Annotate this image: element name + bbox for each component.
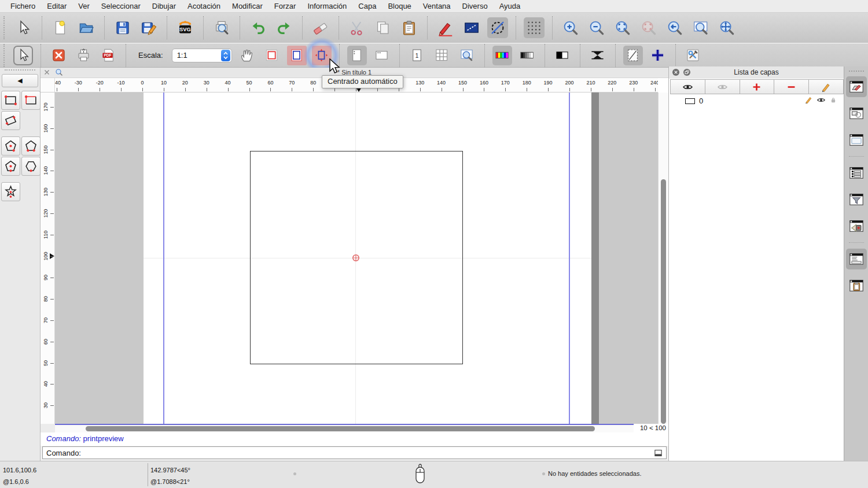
zoom-window-button[interactable] [690, 17, 711, 38]
layer-edit-button[interactable] [808, 79, 844, 94]
dock-layers-button[interactable] [846, 76, 867, 97]
menu-modificar[interactable]: Modificar [226, 2, 269, 10]
vertical-scrollbar-thumb[interactable] [661, 179, 666, 424]
toolbar-drag-handle[interactable] [3, 44, 6, 67]
star-tool-button[interactable] [1, 182, 20, 201]
print-button[interactable] [73, 46, 93, 65]
horizontal-scrollbar[interactable] [55, 424, 634, 432]
layer-edit-icon[interactable] [804, 95, 813, 106]
save-file-button[interactable] [112, 17, 133, 38]
close-preview-button[interactable] [49, 46, 68, 65]
menu-seleccionar[interactable]: Seleccionar [95, 2, 146, 10]
zoom-auto-button[interactable] [612, 17, 633, 38]
page-single-button[interactable]: 1 [407, 46, 427, 65]
menu-editar[interactable]: Editar [41, 2, 72, 10]
pdf-export-button[interactable]: PDF [98, 46, 118, 65]
draft-mode-button[interactable] [623, 46, 643, 65]
menu-informacion[interactable]: Información [301, 2, 352, 10]
vruler-label: 90 [43, 275, 49, 280]
copy-button[interactable] [373, 17, 393, 38]
polygon-inscribed-button[interactable] [21, 157, 41, 176]
print-preview-button[interactable] [211, 17, 232, 38]
paper-border-button[interactable] [262, 46, 282, 65]
horizontal-scrollbar-thumb[interactable] [86, 426, 595, 431]
pan-hand-button[interactable] [237, 46, 257, 65]
palette-drag-handle[interactable] [5, 69, 35, 73]
line-width-button[interactable] [588, 46, 608, 65]
draw-circle-button[interactable] [487, 17, 508, 38]
page-portrait-button[interactable] [347, 46, 367, 65]
zoom-in-button[interactable] [560, 17, 581, 38]
vertical-scrollbar[interactable] [658, 93, 668, 424]
layer-lock-icon[interactable] [829, 96, 837, 106]
dock-beam-button[interactable] [846, 216, 867, 236]
menu-capa[interactable]: Capa [352, 2, 382, 10]
bw-split-button[interactable] [553, 46, 572, 65]
select-cursor-button[interactable] [13, 46, 33, 65]
page-landscape-button[interactable] [372, 46, 392, 65]
layer-row[interactable]: 0 [670, 95, 843, 107]
command-toggle-icon[interactable] [653, 449, 663, 459]
command-input[interactable]: Comando: [42, 446, 667, 459]
dock-command-button[interactable] [846, 249, 867, 269]
dock-drag-handle[interactable] [849, 71, 864, 72]
draw-pencil-button[interactable] [435, 17, 456, 38]
dock-entity-list-button[interactable] [846, 162, 867, 183]
menu-acotacion[interactable]: Acotación [182, 2, 226, 10]
eye-hidden-button[interactable] [705, 79, 740, 94]
settings-tools-button[interactable] [683, 46, 703, 65]
scale-select[interactable]: 1:1 [172, 49, 232, 62]
auto-center-button[interactable] [312, 46, 332, 65]
menu-bloque[interactable]: Bloque [382, 2, 417, 10]
svg-export-button[interactable]: SVG [175, 17, 196, 38]
dock-clipboard-button[interactable] [846, 275, 867, 296]
cut-button[interactable] [347, 17, 367, 38]
toolbar-drag-handle[interactable] [3, 16, 6, 39]
gray-bar-button[interactable] [517, 46, 537, 65]
menu-ayuda[interactable]: Ayuda [494, 2, 527, 10]
palette-back-button[interactable]: ◀ [2, 74, 38, 87]
menu-fichero[interactable]: Fichero [5, 2, 41, 10]
command-prompt-label: Comando: [46, 449, 81, 457]
polygon-corner-corner-button[interactable] [21, 136, 41, 156]
color-bar-button[interactable] [492, 46, 512, 65]
rect-3points-button[interactable] [21, 91, 41, 110]
menu-diverso[interactable]: Diverso [457, 2, 494, 10]
menu-forzar[interactable]: Forzar [269, 2, 302, 10]
menu-ventana[interactable]: Ventana [417, 2, 457, 10]
draw-line-button[interactable] [461, 17, 482, 38]
rect-2corners-button[interactable] [1, 91, 20, 110]
zoom-page-icon [459, 47, 475, 63]
zoom-pan-button[interactable] [716, 17, 737, 38]
drawing-canvas[interactable] [55, 93, 658, 424]
hruler-tick [591, 88, 591, 91]
grid-toggle-button[interactable] [524, 17, 545, 38]
redo-button[interactable] [274, 17, 295, 38]
save-as-button[interactable] [138, 17, 159, 38]
undo-button[interactable] [248, 17, 269, 38]
select-cursor-button[interactable] [13, 17, 34, 38]
page-landscape-icon [374, 47, 389, 63]
fit-paper-button[interactable] [287, 46, 307, 65]
layer-remove-button[interactable] [774, 79, 809, 94]
dock-filter-button[interactable] [846, 189, 867, 210]
zoom-out-button[interactable] [586, 17, 607, 38]
dock-library-button[interactable] [846, 130, 867, 150]
menu-dibujar[interactable]: Dibujar [146, 2, 182, 10]
crosshair-plus-button[interactable] [648, 46, 668, 65]
menu-ver[interactable]: Ver [72, 2, 95, 10]
dock-blocks-button[interactable] [846, 103, 867, 124]
layer-add-button[interactable] [740, 79, 775, 94]
zoom-previous-button[interactable] [664, 17, 685, 38]
paste-button[interactable] [399, 17, 420, 38]
rect-rotated-button[interactable] [1, 111, 20, 130]
page-multi-button[interactable] [432, 46, 452, 65]
layer-visible-icon[interactable] [816, 95, 826, 107]
polygon-center-tangent-button[interactable] [1, 157, 20, 176]
open-folder-button[interactable] [76, 17, 97, 38]
eye-visible-button[interactable] [670, 79, 705, 94]
zoom-page-button[interactable] [457, 46, 477, 65]
new-file-button[interactable] [50, 17, 71, 38]
polygon-center-corner-button[interactable] [1, 136, 20, 156]
eraser-button[interactable] [310, 17, 331, 38]
